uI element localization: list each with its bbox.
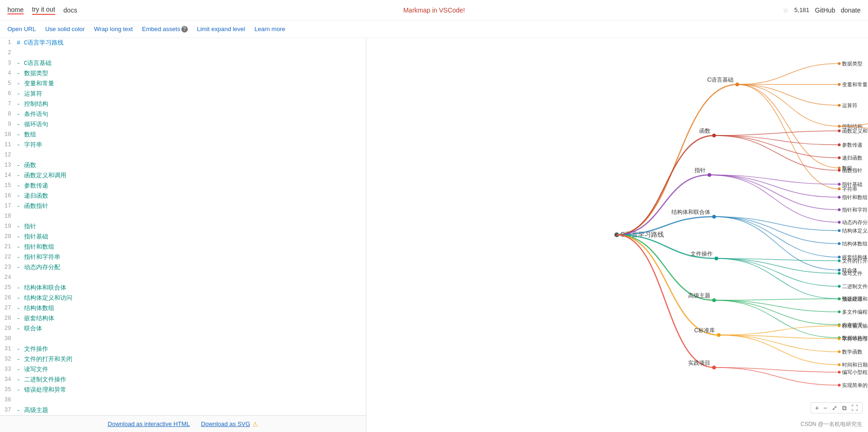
child-line-6-2: [719, 335, 839, 352]
line-content: [17, 151, 366, 158]
child-label-6-3: 时间和日期函数: [842, 362, 868, 368]
line-number: 30: [0, 335, 17, 342]
child-label-0-1: 变量和常量: [842, 82, 868, 87]
line-content: [17, 212, 366, 219]
child-label-3-0: 结构体定义和访问: [842, 228, 868, 233]
line-number: 23: [0, 263, 17, 271]
child-line-5-0: [714, 299, 839, 300]
child-node-6-2: [838, 350, 841, 353]
line-content: [17, 335, 366, 342]
child-node-1-2: [838, 156, 841, 159]
zoom-fit-button[interactable]: ⤢: [830, 405, 839, 411]
line-number: 15: [0, 181, 17, 189]
line-content: - 文件的打开和关闭: [17, 355, 366, 363]
child-line-5-2: [714, 300, 839, 325]
editor-line: 21 - 指针和数组: [0, 242, 366, 252]
zoom-expand-button[interactable]: ⛶: [850, 405, 859, 411]
child-line-5-1: [714, 300, 839, 312]
line-content: - 指针: [17, 222, 366, 231]
branch-line-1: [617, 135, 714, 235]
child-node-2-2: [838, 208, 841, 211]
line-number: 11: [0, 141, 17, 148]
line-number: 16: [0, 192, 17, 199]
child-line-2-3: [709, 175, 839, 222]
editor-line: 24: [0, 273, 366, 283]
wrap-long-text-option[interactable]: Wrap long text: [94, 26, 133, 32]
line-content: - 变量和常量: [17, 79, 366, 88]
line-content: - 条件语句: [17, 110, 366, 118]
editor-line: 16 - 递归函数: [0, 191, 366, 201]
editor-line: 23 - 动态内存分配: [0, 263, 366, 273]
child-node-5-1: [838, 310, 841, 313]
child-label-2-0: 指针基础: [842, 181, 862, 187]
learn-more-option[interactable]: Learn more: [255, 26, 285, 32]
donate-link[interactable]: donate: [841, 6, 861, 14]
line-number: 26: [0, 294, 17, 301]
child-node-4-0: [838, 259, 841, 262]
child-node-1-0: [838, 129, 841, 132]
child-node-1-1: [838, 143, 841, 146]
child-line-0-3: [737, 84, 839, 126]
editor-line: 2: [0, 48, 366, 58]
editor-line: 20 - 指针基础: [0, 232, 366, 242]
line-number: 28: [0, 314, 17, 322]
editor-scroll[interactable]: 1# C语言学习路线2 3- C语言基础4 - 数据类型5 - 变量和常量6 -…: [0, 38, 366, 415]
main-content: 1# C语言学习路线2 3- C语言基础4 - 数据类型5 - 变量和常量6 -…: [0, 38, 868, 432]
zoom-in-button[interactable]: +: [814, 405, 820, 411]
child-node-0-0: [838, 62, 841, 65]
line-content: - 控制结构: [17, 100, 366, 108]
github-link[interactable]: GitHub: [815, 6, 836, 14]
line-content: - 高级主题: [17, 406, 366, 414]
editor-line: 26 - 结构体定义和访问: [0, 293, 366, 303]
embed-assets-badge[interactable]: ?: [181, 26, 188, 32]
line-number: 22: [0, 253, 17, 260]
child-line-0-4: [737, 84, 839, 168]
nav-home[interactable]: home: [7, 6, 24, 14]
editor-line: 1# C语言学习路线: [0, 38, 366, 48]
child-label-4-2: 二进制文件操作: [842, 284, 868, 289]
branch-line-2: [617, 175, 709, 235]
child-label-4-0: 文件的打开和关闭: [842, 258, 868, 264]
child-label-0-2: 运算符: [842, 103, 857, 108]
branch-label-7: 实践项目: [688, 360, 710, 366]
zoom-out-button[interactable]: −: [822, 405, 829, 411]
line-number: 10: [0, 130, 17, 138]
child-node-6-1: [838, 337, 841, 340]
child-label-1-3: 函数指针: [842, 168, 862, 173]
open-url-option[interactable]: Open URL: [7, 26, 36, 32]
line-content: - 读写文件: [17, 365, 366, 374]
line-content: - 指针和字符串: [17, 253, 366, 261]
vscode-promo-link[interactable]: Markmap in VSCode!: [403, 6, 465, 14]
mindmap-pane[interactable]: C语言学习路线C语言基础数据类型变量和常量运算符控制结构条件语句循环语句数组字符…: [366, 38, 868, 432]
editor-line: 30: [0, 334, 366, 344]
limit-expand-level-option[interactable]: Limit expand level: [197, 26, 245, 32]
nav-docs[interactable]: docs: [64, 6, 77, 14]
editor-line: 7 - 控制结构: [0, 99, 366, 110]
nav-try-it-out[interactable]: try it out: [32, 6, 55, 15]
line-number: 8: [0, 110, 17, 117]
editor-line: 9 - 循环语句: [0, 120, 366, 130]
zoom-copy-button[interactable]: ⧉: [841, 405, 848, 411]
line-content: - 指针基础: [17, 232, 366, 241]
editor-line: 4 - 数据类型: [0, 69, 366, 79]
editor-line: 36: [0, 395, 366, 406]
line-content: - 错误处理和异常: [17, 386, 366, 394]
line-number: 14: [0, 171, 17, 179]
child-line-0-5: [737, 84, 839, 189]
line-number: 31: [0, 345, 17, 352]
embed-assets-option[interactable]: Embed assets: [142, 26, 180, 32]
line-content: - 指针和数组: [17, 243, 366, 251]
line-content: - 函数定义和调用: [17, 171, 366, 180]
download-html-link[interactable]: Download as interactive HTML: [108, 420, 190, 427]
use-solid-color-option[interactable]: Use solid color: [45, 26, 84, 32]
child-line-4-2: [716, 258, 839, 286]
line-number: 19: [0, 222, 17, 230]
editor-line: 3- C语言基础: [0, 58, 366, 69]
branch-label-1: 函数: [699, 128, 710, 134]
editor-line: 11 - 字符串: [0, 140, 366, 150]
editor-line: 33 - 读写文件: [0, 365, 366, 375]
line-number: 6: [0, 90, 17, 97]
download-svg-link[interactable]: Download as SVG: [201, 420, 250, 427]
child-label-5-0: 预处理器: [842, 296, 862, 302]
editor-line: 35 - 错误处理和异常: [0, 385, 366, 395]
